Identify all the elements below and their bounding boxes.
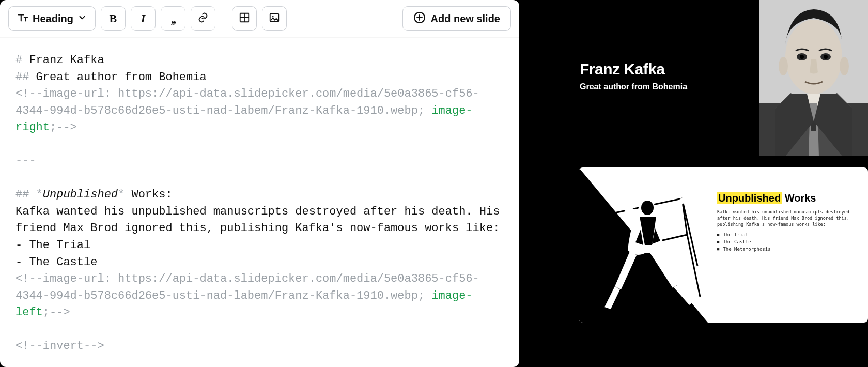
bold-button[interactable]: B [101,6,126,31]
portrait-image [760,0,868,156]
svg-point-2 [272,16,274,17]
add-slide-label: Add new slide [431,13,500,25]
table-icon [239,12,250,26]
editor-panel: Heading B I ,, [0,0,519,367]
hash-token: # [16,54,29,67]
svg-point-11 [779,57,788,75]
link-button[interactable] [191,6,215,31]
svg-point-9 [800,55,804,59]
slide2-list: The Trial The Castle The Metamorphosis [717,232,857,252]
comment-token: ;--> [50,121,77,134]
text-size-icon [17,12,28,26]
hash-token: ## [16,71,36,84]
svg-point-14 [641,201,654,215]
star-token: * [118,188,125,201]
list-item: The Metamorphosis [717,247,857,252]
slide2-content: Unpublished Works Kafka wanted his unpub… [708,167,868,323]
slide2-title: Unpublished Works [717,192,857,204]
heading-text: Works: [125,188,172,201]
bold-icon: B [110,12,117,25]
comment-token: <!--image-url: https://api-data.slidepic… [16,272,479,302]
svg-point-12 [840,57,849,75]
comment-token: <!--invert--> [16,340,104,353]
italic-icon: I [141,12,146,25]
list-item-text: - The Trial [16,239,90,252]
slide-preview-1[interactable]: Franz Kafka Great author from Bohemia [548,0,868,156]
slide1-title: Franz Kafka [580,60,760,78]
slide1-subtitle: Great author from Bohemia [580,82,760,91]
italic-button[interactable]: I [131,6,156,31]
comment-token: <!--image-url: https://api-data.slidepic… [16,87,479,117]
table-button[interactable] [232,6,257,31]
list-item: The Castle [717,239,857,244]
image-button[interactable] [262,6,287,31]
title-rest: Works [782,192,816,204]
preview-panel: Franz Kafka Great author from Bohemia [519,0,868,367]
heading2-text: Great author from Bohemia [36,71,207,84]
chevron-down-icon [78,13,87,25]
link-icon [197,12,209,26]
add-slide-button[interactable]: Add new slide [402,6,511,31]
body-text: Kafka wanted his unpublished manuscripts… [16,205,507,235]
plus-circle-icon [413,11,426,26]
toolbar: Heading B I ,, [0,0,519,38]
svg-point-10 [824,55,828,59]
heading-label: Heading [33,13,73,25]
quote-icon: ,, [171,12,175,26]
list-item-text: - The Castle [16,256,97,269]
slide2-artwork [579,167,708,323]
star-token: * [36,188,43,201]
hash-token: ## [16,188,36,201]
svg-point-6 [785,20,842,94]
image-icon [269,12,280,26]
heading1-text: Franz Kafka [29,54,104,67]
markdown-editor[interactable]: # Franz Kafka ## Great author from Bohem… [0,38,519,367]
heading-dropdown[interactable]: Heading [8,6,96,31]
comment-token: ;--> [43,306,70,319]
slide1-text: Franz Kafka Great author from Bohemia [548,0,760,156]
list-item: The Trial [717,232,857,237]
highlighted-word: Unpublished [717,192,782,204]
quote-button[interactable]: ,, [161,6,185,31]
slide-preview-2[interactable]: Unpublished Works Kafka wanted his unpub… [579,167,868,323]
italic-text: Unpublished [43,188,118,201]
slide2-description: Kafka wanted his unpublished manuscripts… [717,209,857,228]
separator-token: --- [16,155,36,167]
